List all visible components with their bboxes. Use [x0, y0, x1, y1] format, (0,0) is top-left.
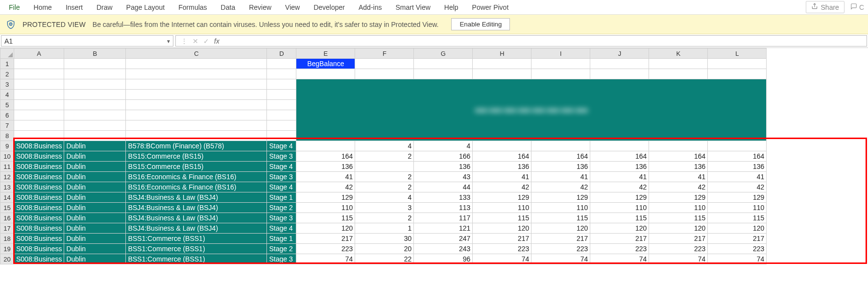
row-header[interactable]: 12: [0, 172, 14, 182]
cell[interactable]: [14, 69, 64, 79]
cell[interactable]: S008:Business: [14, 162, 64, 172]
cell[interactable]: Stage 1: [267, 234, 296, 244]
row-header[interactable]: 1: [0, 59, 14, 69]
cell[interactable]: 44: [414, 182, 473, 192]
row-header[interactable]: 7: [0, 120, 14, 131]
cell[interactable]: [14, 100, 64, 110]
cell[interactable]: [267, 69, 296, 79]
cell[interactable]: [473, 141, 531, 151]
row-header[interactable]: 19: [0, 244, 14, 254]
cell[interactable]: Dublin: [64, 151, 126, 162]
row-header[interactable]: 14: [0, 192, 14, 203]
cell[interactable]: 41: [708, 172, 767, 182]
cell[interactable]: [267, 59, 296, 69]
cell[interactable]: 164: [531, 151, 590, 162]
cell[interactable]: [414, 59, 473, 69]
cell[interactable]: 136: [473, 162, 531, 172]
cell[interactable]: 42: [708, 182, 767, 192]
cell[interactable]: BSS1:Commerce (BSS1): [126, 254, 267, 264]
cell[interactable]: 74: [473, 254, 531, 264]
tab-power-pivot[interactable]: Power Pivot: [465, 1, 516, 13]
cell[interactable]: S008:Business: [14, 223, 64, 234]
cell[interactable]: 223: [473, 244, 531, 254]
tab-data[interactable]: Data: [214, 1, 242, 13]
cell[interactable]: 115: [708, 213, 767, 223]
comments-button[interactable]: C: [848, 1, 866, 13]
cell[interactable]: [64, 110, 126, 120]
cell[interactable]: 164: [590, 151, 649, 162]
cell[interactable]: 74: [590, 254, 649, 264]
tab-formulas[interactable]: Formulas: [171, 1, 214, 13]
cell[interactable]: 42: [590, 182, 649, 192]
cell[interactable]: 2: [355, 151, 414, 162]
cell[interactable]: Dublin: [64, 213, 126, 223]
cell[interactable]: [14, 59, 64, 69]
cell[interactable]: [473, 69, 531, 79]
cell[interactable]: 74: [649, 254, 708, 264]
cell[interactable]: 115: [473, 213, 531, 223]
cell[interactable]: 217: [708, 234, 767, 244]
cell[interactable]: [708, 59, 767, 69]
cell[interactable]: 74: [531, 254, 590, 264]
cell[interactable]: Stage 4: [267, 141, 296, 151]
cell[interactable]: [267, 131, 296, 141]
cell[interactable]: BSJ4:Business & Law (BSJ4): [126, 203, 267, 213]
cell[interactable]: [267, 100, 296, 110]
cell[interactable]: 120: [708, 223, 767, 234]
tab-help[interactable]: Help: [437, 1, 465, 13]
select-all-corner[interactable]: [0, 48, 14, 59]
cell[interactable]: 136: [708, 162, 767, 172]
share-button[interactable]: Share: [806, 1, 844, 13]
cell[interactable]: [355, 162, 414, 172]
cell[interactable]: Dublin: [64, 172, 126, 182]
col-header-k[interactable]: K: [649, 48, 708, 59]
cell[interactable]: 166: [414, 151, 473, 162]
cell[interactable]: Dublin: [64, 234, 126, 244]
cell[interactable]: [64, 79, 126, 90]
cell[interactable]: 1: [355, 223, 414, 234]
row-header[interactable]: 17: [0, 223, 14, 234]
cell[interactable]: [64, 59, 126, 69]
cell[interactable]: [64, 120, 126, 131]
cell[interactable]: 164: [473, 151, 531, 162]
col-header-a[interactable]: A: [14, 48, 64, 59]
formula-confirm-icon[interactable]: ✓: [203, 37, 209, 45]
cell[interactable]: S008:Business: [14, 254, 64, 264]
cell[interactable]: BS16:Economics & Finance (BS16): [126, 182, 267, 192]
cell[interactable]: Dublin: [64, 223, 126, 234]
cell[interactable]: 110: [531, 203, 590, 213]
cell[interactable]: 2: [355, 172, 414, 182]
cell[interactable]: S008:Business: [14, 151, 64, 162]
cell[interactable]: 43: [414, 172, 473, 182]
col-header-i[interactable]: I: [531, 48, 590, 59]
cell[interactable]: 223: [708, 244, 767, 254]
fx-icon[interactable]: fx: [214, 37, 219, 45]
enable-editing-button[interactable]: Enable Editing: [451, 18, 510, 30]
cell[interactable]: 20: [355, 244, 414, 254]
row-header[interactable]: 2: [0, 69, 14, 79]
name-box-dropdown-icon[interactable]: ▼: [166, 38, 171, 44]
cell[interactable]: Stage 4: [267, 182, 296, 192]
cell[interactable]: 110: [708, 203, 767, 213]
cell[interactable]: Dublin: [64, 192, 126, 203]
row-header[interactable]: 5: [0, 100, 14, 110]
cell[interactable]: [414, 69, 473, 79]
cell[interactable]: [649, 141, 708, 151]
cell[interactable]: 115: [649, 213, 708, 223]
cell[interactable]: BS15:Commerce (BS15): [126, 151, 267, 162]
cell[interactable]: [473, 59, 531, 69]
cell[interactable]: [590, 59, 649, 69]
cell[interactable]: [126, 120, 267, 131]
cell[interactable]: 42: [531, 182, 590, 192]
cell[interactable]: Dublin: [64, 244, 126, 254]
cell[interactable]: [126, 69, 267, 79]
cell[interactable]: 120: [590, 223, 649, 234]
cell[interactable]: 136: [296, 162, 355, 172]
cell[interactable]: [267, 110, 296, 120]
cell[interactable]: [126, 100, 267, 110]
row-header[interactable]: 8: [0, 131, 14, 141]
cell[interactable]: Stage 3: [267, 254, 296, 264]
col-header-g[interactable]: G: [414, 48, 473, 59]
row-header[interactable]: 10: [0, 151, 14, 162]
cell[interactable]: 120: [531, 223, 590, 234]
